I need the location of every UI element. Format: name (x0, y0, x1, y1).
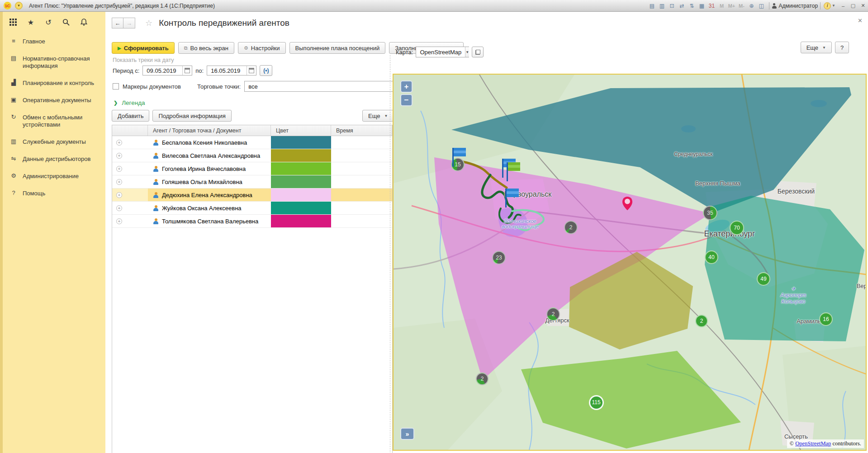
expand-plus-icon[interactable]: + (116, 140, 122, 146)
print-icon[interactable]: ▥ (658, 2, 667, 10)
cluster-marker[interactable]: 35 (703, 206, 717, 220)
help-button[interactable]: ? (835, 42, 849, 53)
map-zoom-out-button[interactable]: − (400, 94, 413, 106)
table-row[interactable]: +Голяшева Ольга Михайловна (112, 175, 392, 189)
cluster-marker[interactable]: 40 (705, 250, 718, 264)
nav-back-button[interactable]: ← (112, 18, 123, 28)
agent-time-cell (331, 189, 392, 201)
sidebar-item-2[interactable]: ▟Планирование и контроль (3, 76, 105, 90)
open-in-window-button[interactable] (472, 47, 484, 57)
location-pin-icon[interactable] (621, 196, 633, 211)
table-row[interactable]: +Беспалова Ксения Николаевна (112, 136, 392, 149)
info-icon[interactable]: i (824, 2, 831, 9)
map-expand-button[interactable]: » (400, 428, 414, 440)
close-button[interactable]: ✕ (858, 2, 868, 10)
cluster-marker[interactable]: 2 (695, 315, 708, 327)
info-caret-icon[interactable]: ▼ (832, 4, 835, 8)
sidebar-item-0[interactable]: ≡Главное (3, 34, 105, 49)
split-view-icon[interactable]: ◫ (757, 2, 766, 10)
sidebar-item-4[interactable]: ↻Обмен с мобильными устройствами (3, 110, 105, 132)
minimize-button[interactable]: – (838, 2, 848, 10)
openstreetmap-link[interactable]: OpenStreetMap (795, 440, 831, 447)
list-more-button[interactable]: Еще ▼ (362, 110, 394, 122)
sidebar-item-6[interactable]: ⇋Данные дистрибьюторов (3, 152, 105, 166)
settings-button[interactable]: ⚙ Настройки (238, 42, 286, 54)
calendar-icon[interactable]: 31 (707, 2, 716, 10)
current-user[interactable]: Администратор (772, 3, 818, 9)
form-close-icon[interactable]: ✕ (858, 17, 863, 24)
maximize-button[interactable]: ▢ (848, 2, 858, 10)
memory-icon[interactable]: M (717, 2, 726, 10)
cluster-marker[interactable]: 115 (589, 395, 604, 410)
column-agent[interactable]: Агент / Торговая точка / Документ (148, 125, 271, 136)
send-file-icon[interactable]: ⇄ (678, 2, 687, 10)
print-preview-icon[interactable]: ⊡ (668, 2, 677, 10)
period-picker-button[interactable]: (•) (260, 65, 272, 76)
more-button[interactable]: Еще ▼ (801, 42, 832, 53)
cluster-marker[interactable]: 2 (476, 373, 489, 385)
fullscreen-button[interactable]: ⧉ Во весь экран (178, 42, 234, 54)
form-area: ✕ ← → ☆ Контроль передвижений агентов ▶ … (108, 12, 868, 453)
attribution-prefix: © (790, 440, 796, 447)
column-color[interactable]: Цвет (271, 125, 331, 136)
sidebar-item-1[interactable]: ▤Нормативно-справочная информация (3, 52, 105, 73)
expand-plus-icon[interactable]: + (116, 153, 122, 159)
chevron-down-icon[interactable]: ▼ (465, 47, 469, 57)
cluster-marker[interactable]: 2 (564, 221, 578, 234)
cluster-marker[interactable]: 2 (546, 307, 560, 321)
table-row[interactable]: +Жуйкова Оксана Алексеевна (112, 202, 392, 215)
outlets-dropdown[interactable]: все ▼ (244, 81, 406, 92)
search-icon[interactable] (62, 18, 70, 26)
notifications-bell-icon[interactable] (80, 18, 88, 26)
table-row[interactable]: +Толшмякова Светлана Валерьевна (112, 215, 392, 228)
map-canvas[interactable]: + − » СреднеуральскВерхняя ПышмаБерезовс… (393, 74, 867, 451)
calculator-icon[interactable]: ▦ (697, 2, 707, 10)
sidebar-item-7[interactable]: ⚙Администрирование (3, 169, 105, 184)
visit-plan-button[interactable]: Выполнение плана посещений (289, 42, 386, 54)
add-button[interactable]: Добавить (112, 110, 149, 122)
legend-toggle[interactable]: ❯ Легенда (114, 99, 145, 106)
panel-splitter[interactable] (390, 55, 390, 453)
sidebar-item-3[interactable]: ▣Оперативные документы (3, 93, 105, 108)
sidebar-item-8[interactable]: ?Помощь (3, 186, 105, 201)
calendar-icon[interactable] (247, 66, 256, 75)
apps-grid-icon[interactable] (9, 18, 17, 26)
zoom-icon[interactable]: ⊕ (747, 2, 756, 10)
sidebar-item-5[interactable]: ▥Служебные документы (3, 135, 105, 149)
table-row[interactable]: +Дедюхина Елена Александровна (112, 189, 392, 202)
map-provider-dropdown[interactable]: OpenStreetMap ▼ (416, 47, 469, 57)
flag-marker-icon[interactable] (451, 147, 467, 168)
cluster-marker[interactable]: 70 (730, 221, 744, 235)
history-icon[interactable]: ↺ (44, 18, 52, 26)
details-button[interactable]: Подробная информация (152, 110, 231, 122)
flag-marker-icon[interactable] (506, 161, 521, 182)
favorite-star-icon[interactable]: ☆ (145, 18, 152, 28)
generate-button[interactable]: ▶ Сформировать (112, 42, 175, 54)
expand-plus-icon[interactable]: + (116, 205, 122, 211)
calendar-icon[interactable] (182, 66, 192, 75)
expand-plus-icon[interactable]: + (116, 179, 122, 185)
flag-marker-icon[interactable] (504, 188, 520, 208)
cluster-marker[interactable]: 23 (492, 251, 506, 264)
expand-plus-icon[interactable]: + (116, 218, 122, 224)
table-row[interactable]: +Вилесова Светлана Александровна (112, 149, 392, 162)
receive-file-icon[interactable]: ⇅ (688, 2, 697, 10)
period-to-input[interactable]: 16.05.2019 (207, 66, 256, 76)
nav-forward-button[interactable]: → (123, 18, 135, 28)
main-menu-dropdown-icon[interactable]: ▼ (15, 2, 23, 9)
document-markers-checkbox[interactable] (113, 83, 119, 90)
expand-plus-icon[interactable]: + (116, 192, 122, 198)
cluster-marker[interactable]: 49 (757, 272, 770, 286)
period-from-value: 09.05.2019 (143, 67, 182, 74)
memory-plus-icon[interactable]: M+ (727, 2, 736, 10)
cluster-marker[interactable]: 16 (819, 312, 833, 326)
expand-plus-icon[interactable]: + (116, 166, 122, 172)
favorites-star-icon[interactable]: ★ (27, 18, 35, 26)
table-row[interactable]: +Гоголева Ирина Вячеславовна (112, 162, 392, 175)
period-from-input[interactable]: 09.05.2019 (142, 66, 192, 76)
map-zoom-in-button[interactable]: + (400, 80, 413, 93)
agent-person-icon (153, 140, 159, 146)
save-icon[interactable]: ▤ (648, 2, 657, 10)
memory-minus-icon[interactable]: M- (737, 2, 746, 10)
column-time[interactable]: Время (331, 125, 392, 136)
